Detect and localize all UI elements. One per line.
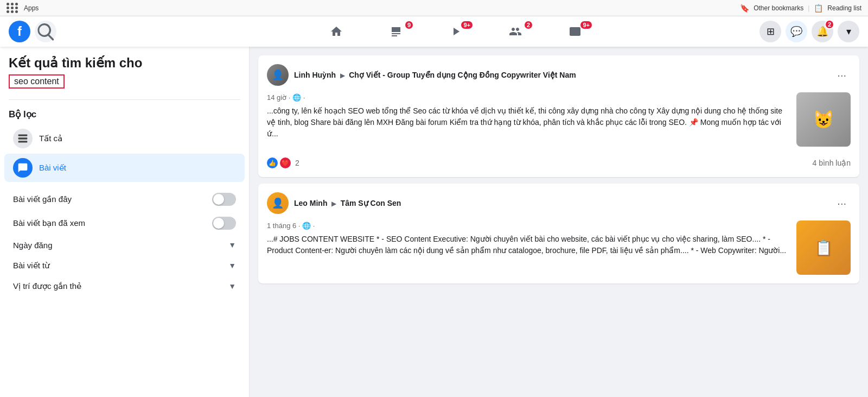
filter-all[interactable]: Tất cả xyxy=(4,124,245,153)
subfilter-recent-label: Bài viết gần đây xyxy=(13,194,72,204)
content-area: 👤 Linh Huỳnh ▶ Chợ Viết - Group Tuyển dụ… xyxy=(250,47,868,397)
nav-friends-button[interactable]: 2 xyxy=(486,18,545,45)
post-thumbnail-1[interactable]: 😺 xyxy=(796,92,851,147)
subfilter-date-label: Ngày đăng xyxy=(13,241,53,250)
browser-bar: Apps 🔖 Other bookmarks | 📋 Reading list xyxy=(0,0,868,16)
post-text-1: 14 giờ · 🌐 · ...công ty, lên kế hoạch SE… xyxy=(267,92,790,140)
arrow-icon-2: ▶ xyxy=(331,200,338,207)
list-icon: 📋 xyxy=(814,4,823,12)
apps-grid xyxy=(7,3,18,13)
chevron-down-icon-3: ▼ xyxy=(228,282,236,291)
main-layout: Kết quả tìm kiếm cho seo content Bộ lọc … xyxy=(0,47,868,397)
chevron-down-icon-2: ▼ xyxy=(228,261,236,270)
nav-left: f xyxy=(9,21,161,42)
flag-icon xyxy=(390,25,403,38)
account-menu-button[interactable]: ▾ xyxy=(838,21,859,42)
search-icon xyxy=(35,21,56,42)
search-term: seo content xyxy=(9,74,65,89)
filter-all-label: Tất cả xyxy=(39,134,62,143)
post-author-info-1: 👤 Linh Huỳnh ▶ Chợ Viết - Group Tuyển dụ… xyxy=(267,64,576,86)
like-reaction: 👍 xyxy=(267,157,278,168)
toggle-recent-posts[interactable] xyxy=(212,193,236,206)
search-results-title: Kết quả tìm kiếm cho xyxy=(9,55,240,71)
love-reaction: ❤️ xyxy=(280,157,291,168)
other-bookmarks-label[interactable]: Other bookmarks xyxy=(754,4,803,12)
friends-icon xyxy=(509,25,522,38)
nav-pages-button[interactable]: 9 xyxy=(366,18,426,45)
subfilter-from[interactable]: Bài viết từ ▼ xyxy=(9,255,240,276)
facebook-navbar: f 9 9+ 2 9+ ⊞ xyxy=(0,16,868,47)
subfilter-location[interactable]: Vị trí được gắn thẻ ▼ xyxy=(9,276,240,297)
nav-center: 9 9+ 2 9+ xyxy=(161,18,751,45)
divider-1 xyxy=(9,99,240,100)
avatar-image-1: 👤 xyxy=(267,64,289,86)
sidebar: Kết quả tìm kiếm cho seo content Bộ lọc … xyxy=(0,47,250,397)
apps-bar: Apps xyxy=(7,3,39,13)
nav-videos-button[interactable]: 9+ xyxy=(426,18,486,45)
thumb-image-1: 😺 xyxy=(796,92,851,147)
facebook-logo[interactable]: f xyxy=(9,21,30,42)
filter-posts[interactable]: Bài viết xyxy=(4,154,245,182)
nav-home-button[interactable] xyxy=(307,18,366,45)
post-body-1: 14 giờ · 🌐 · ...công ty, lên kế hoạch SE… xyxy=(267,92,851,147)
author-name-2[interactable]: Leo Minh xyxy=(294,199,327,207)
post-body-2: 1 tháng 6 · 🌐 · ...# JOBS CONTENT WEBSIT… xyxy=(267,220,851,275)
comments-count-1[interactable]: 4 bình luận xyxy=(813,159,851,167)
bookmark-icon: 🔖 xyxy=(740,4,749,12)
post-footer-1: 👍 ❤️ 2 4 bình luận xyxy=(267,153,851,168)
svg-rect-1 xyxy=(18,137,28,139)
pages-badge: 9 xyxy=(404,20,414,30)
reaction-count-1: 2 xyxy=(295,159,299,167)
chevron-down-icon: ▼ xyxy=(228,241,236,249)
post-card-1: 👤 Linh Huỳnh ▶ Chợ Viết - Group Tuyển dụ… xyxy=(258,55,859,177)
all-posts-icon xyxy=(17,133,28,144)
subfilter-viewed-posts[interactable]: Bài viết bạn đã xem xyxy=(9,211,240,235)
subfilter-from-label: Bài viết từ xyxy=(13,261,50,270)
filter-posts-label: Bài viết xyxy=(39,163,66,173)
sidebar-header: Kết quả tìm kiếm cho seo content xyxy=(0,55,249,93)
avatar-2[interactable]: 👤 xyxy=(267,192,289,214)
post-header-2: 👤 Leo Minh ▶ Tâm Sự Con Sen ··· xyxy=(267,192,851,214)
author-details-1: Linh Huỳnh ▶ Chợ Viết - Group Tuyển dụng… xyxy=(294,71,576,79)
post-time-1: 14 giờ · 🌐 · xyxy=(267,92,790,103)
author-details-2: Leo Minh ▶ Tâm Sự Con Sen xyxy=(294,199,401,207)
toggle-viewed-posts[interactable] xyxy=(212,217,236,230)
post-thumbnail-2[interactable]: 📋 xyxy=(796,220,851,275)
posts-icon xyxy=(17,162,28,173)
group-name-1[interactable]: Chợ Viết - Group Tuyển dụng Cộng Đồng Co… xyxy=(349,71,576,79)
nav-search-button[interactable] xyxy=(35,21,56,42)
subfilter-location-label: Vị trí được gắn thẻ xyxy=(13,281,81,291)
messenger-button[interactable]: 💬 xyxy=(786,21,807,42)
subfilter-recent-posts[interactable]: Bài viết gần đây xyxy=(9,187,240,211)
more-options-button-1[interactable]: ··· xyxy=(833,67,851,84)
filter-posts-icon xyxy=(13,158,33,178)
post-card-2: 👤 Leo Minh ▶ Tâm Sự Con Sen ··· 1 tháng … xyxy=(258,184,859,283)
post-time-2: 1 tháng 6 · 🌐 · xyxy=(267,220,790,231)
avatar-1[interactable]: 👤 xyxy=(267,64,289,86)
filter-all-icon xyxy=(13,129,33,148)
subfilter-date[interactable]: Ngày đăng ▼ xyxy=(9,235,240,255)
sub-filters: Bài viết gần đây Bài viết bạn đã xem Ngà… xyxy=(0,183,249,301)
nav-groups-button[interactable]: 9+ xyxy=(545,18,605,45)
thumb-image-2: 📋 xyxy=(796,220,851,275)
post-author-info-2: 👤 Leo Minh ▶ Tâm Sự Con Sen xyxy=(267,192,401,214)
videos-badge: 9+ xyxy=(460,20,474,30)
subfilter-viewed-label: Bài viết bạn đã xem xyxy=(13,218,85,228)
svg-rect-2 xyxy=(18,141,28,142)
arrow-icon-1: ▶ xyxy=(340,72,347,79)
apps-label: Apps xyxy=(24,4,39,12)
reactions-1: 👍 ❤️ 2 xyxy=(267,157,299,168)
apps-menu-button[interactable]: ⊞ xyxy=(760,21,781,42)
home-icon xyxy=(330,25,343,38)
more-options-button-2[interactable]: ··· xyxy=(833,195,851,212)
notifications-badge: 2 xyxy=(825,20,834,29)
post-text-2: 1 tháng 6 · 🌐 · ...# JOBS CONTENT WEBSIT… xyxy=(267,220,790,256)
post-content-2: ...# JOBS CONTENT WEBSITE * - SEO Conten… xyxy=(267,235,786,255)
notifications-button[interactable]: 🔔 2 xyxy=(812,21,833,42)
nav-right: ⊞ 💬 🔔 2 ▾ xyxy=(751,21,859,42)
friends-badge: 2 xyxy=(524,20,533,30)
reading-list-label[interactable]: Reading list xyxy=(827,4,861,12)
author-name-1[interactable]: Linh Huỳnh xyxy=(294,71,336,79)
group-name-2[interactable]: Tâm Sự Con Sen xyxy=(341,199,401,207)
filter-section-label: Bộ lọc xyxy=(0,106,249,124)
